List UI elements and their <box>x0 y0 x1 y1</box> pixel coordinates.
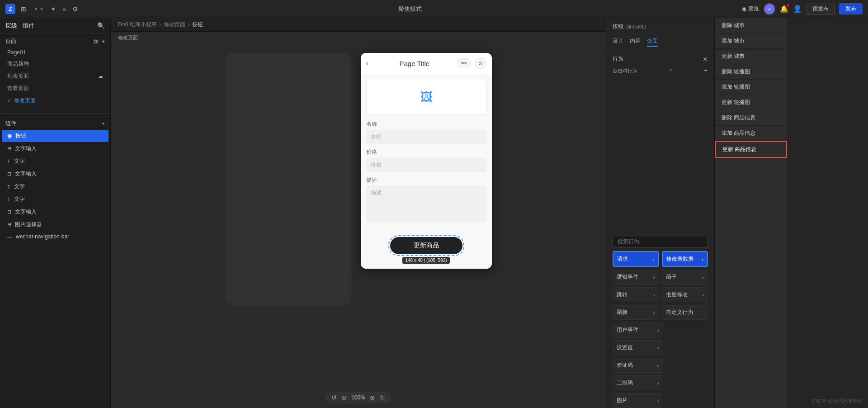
pre-publish-button[interactable]: 预发布 <box>807 3 835 15</box>
phone-title: Page Title <box>372 60 457 67</box>
page-item-active[interactable]: ✓ 修改页面 <box>0 95 110 107</box>
share-icon[interactable]: ⚬⚬ <box>33 5 44 13</box>
dropdown-add-carousel[interactable]: 添加 轮播图 <box>715 80 787 95</box>
phone-button-wrapper: 更新商品 <box>366 237 486 254</box>
action-user-event[interactable]: 用户事件 › <box>613 323 663 337</box>
phone-circle-button[interactable]: ⊙ <box>475 57 486 69</box>
add-page-icon[interactable]: + <box>101 38 105 45</box>
action-qrcode[interactable]: 二维码 › <box>613 375 663 390</box>
component-item-text-1[interactable]: T 文字 <box>2 155 108 167</box>
canvas-bg: ‹ Page Title ••• ⊙ 🖼 名称 <box>225 53 492 306</box>
dropdown-add-city[interactable]: 添加 城市 <box>715 33 787 49</box>
page-label: 商品新增 <box>7 60 29 68</box>
field-input-price[interactable]: 价格 <box>366 158 486 172</box>
notification-badge: 🔔 <box>780 5 788 13</box>
logic-chevron: › <box>653 275 655 280</box>
breadcrumb-current: 按钮 <box>192 21 203 28</box>
phone-submit-button[interactable]: 更新商品 <box>390 237 462 254</box>
tab-components[interactable]: 组件 <box>23 22 34 30</box>
avatar[interactable]: + <box>764 3 775 15</box>
component-item-text-input-3[interactable]: ⊟ 文字输入 <box>2 206 108 218</box>
pin-icon[interactable]: ✦ <box>51 5 56 13</box>
action-request-button[interactable]: 请求 › <box>613 251 659 267</box>
breadcrumb: D>0 电商小程序 > 修改页面 > 按钮 <box>111 18 606 32</box>
zoom-out-button[interactable]: ⊖ <box>341 394 347 401</box>
action-set-value[interactable]: 设置值 › <box>613 340 663 355</box>
component-item-text-input-2[interactable]: ⊟ 文字输入 <box>2 168 108 180</box>
dropdown-add-product[interactable]: 添加 商品信息 <box>715 126 787 141</box>
dropdown-update-product[interactable]: 更新 商品信息 <box>715 141 787 158</box>
action-row-5: 用户事件 › <box>613 323 708 337</box>
field-group-name: 名称 名称 <box>366 120 486 144</box>
page-item[interactable]: 商品新增 <box>0 58 110 70</box>
tab-content[interactable]: 内容 <box>630 37 641 47</box>
question-icon: ? <box>669 68 672 73</box>
button-size-label: 148 x 40 | (105, 592) <box>402 257 449 264</box>
zoom-in-button[interactable]: ⊕ <box>370 394 375 401</box>
field-input-desc[interactable]: 描述 <box>366 186 486 222</box>
tab-design[interactable]: 设计 <box>613 37 623 47</box>
component-item-text-input-1[interactable]: ⊟ 文字输入 <box>2 142 108 155</box>
action-functor[interactable]: 函子 › <box>662 270 708 285</box>
user-event-label: 用户事件 <box>617 326 638 334</box>
action-custom[interactable]: 自定义行为 <box>662 305 708 320</box>
action-batch-modify[interactable]: 批量修改 › <box>662 287 708 302</box>
page-item[interactable]: Page01 <box>0 47 110 58</box>
action-modify-table-button[interactable]: 修改表数据 › <box>662 251 708 267</box>
batch-modify-chevron: › <box>702 292 704 298</box>
tab-layers[interactable]: 层级 <box>5 22 17 30</box>
zoom-redo-button[interactable]: ↻ <box>380 394 385 401</box>
click-event-info[interactable]: ? <box>669 68 672 73</box>
component-item-text-3[interactable]: T 文字 <box>2 193 108 205</box>
component-item-button[interactable]: ▣ 按钮 <box>2 130 108 142</box>
page-item[interactable]: 列表页面 ☁ <box>0 70 110 82</box>
tab-interact[interactable]: 交互 <box>647 37 658 47</box>
search-behavior-input[interactable] <box>613 236 708 247</box>
grid-icon[interactable]: ⊞ <box>21 5 26 13</box>
action-grid: 请求 › 修改表数据 › 逻辑事件 › 函子 › <box>606 251 714 408</box>
breadcrumb-page[interactable]: 修改页面 <box>164 21 185 28</box>
dropdown-update-city[interactable]: 更新 城市 <box>715 49 787 64</box>
phone-back-button[interactable]: ‹ <box>366 59 368 67</box>
copy-icon[interactable]: ⧉ <box>94 38 98 45</box>
field-input-name[interactable]: 名称 <box>366 130 486 144</box>
phone-mockup: ‹ Page Title ••• ⊙ 🖼 名称 <box>361 53 492 269</box>
publish-button[interactable]: 发布 <box>839 3 863 14</box>
right-panel: 按钮 (lih9xi9b) 设计 内容 交互 行为 ✕ 点击时行为 ? <box>606 18 868 408</box>
phone-footer: 更新商品 148 x 40 | (105, 592) <box>361 232 492 269</box>
settings-icon[interactable]: ⚙ <box>72 5 78 13</box>
user-icon[interactable]: 👤 <box>793 5 802 13</box>
dropdown-delete-carousel[interactable]: 删除 轮播图 <box>715 64 787 80</box>
zoom-undo-button[interactable]: ↺ <box>331 394 337 401</box>
search-icon[interactable]: 🔍 <box>97 22 105 29</box>
page-item[interactable]: 查看页面 <box>0 82 110 95</box>
add-component-icon[interactable]: + <box>101 120 105 127</box>
dropdown-delete-product[interactable]: 删除 商品信息 <box>715 110 787 126</box>
right-panel-main: 按钮 (lih9xi9b) 设计 内容 交互 行为 ✕ 点击时行为 ? <box>606 18 715 408</box>
action-captcha[interactable]: 验证码 › <box>613 358 663 373</box>
dropdown-update-carousel[interactable]: 更新 轮播图 <box>715 95 787 110</box>
preview-button[interactable]: ◉ 预览 <box>742 5 759 13</box>
logo[interactable]: Z <box>5 4 15 14</box>
button-icon: ▣ <box>7 133 12 139</box>
text-icon: T <box>7 184 10 190</box>
breadcrumb-root[interactable]: D>0 电商小程序 <box>118 21 157 28</box>
field-label-name: 名称 <box>366 120 486 128</box>
list-icon[interactable]: ≡ <box>62 5 66 13</box>
refresh-chevron: › <box>653 310 655 315</box>
badge-dot <box>787 4 789 7</box>
phone-dots-button[interactable]: ••• <box>457 58 471 68</box>
add-behavior-button[interactable]: + <box>704 66 708 75</box>
action-refresh[interactable]: 刷新 › <box>613 305 659 320</box>
behavior-close-button[interactable]: ✕ <box>703 56 708 63</box>
logic-label: 逻辑事件 <box>617 273 638 281</box>
phone-actions: ••• ⊙ <box>457 57 486 69</box>
dropdown-delete-city[interactable]: 删除 城市 <box>715 18 787 33</box>
component-item-text-2[interactable]: T 文字 <box>2 180 108 193</box>
action-row-6: 设置值 › <box>613 340 708 355</box>
action-jump[interactable]: 跳转 › <box>613 287 659 302</box>
action-logic-event[interactable]: 逻辑事件 › <box>613 270 659 285</box>
action-image[interactable]: 图片 › <box>613 393 663 408</box>
component-item-nav-bar[interactable]: — wechat-navigation-bar <box>2 231 108 242</box>
component-item-image-picker[interactable]: ⊟ 图片选择器 <box>2 218 108 231</box>
